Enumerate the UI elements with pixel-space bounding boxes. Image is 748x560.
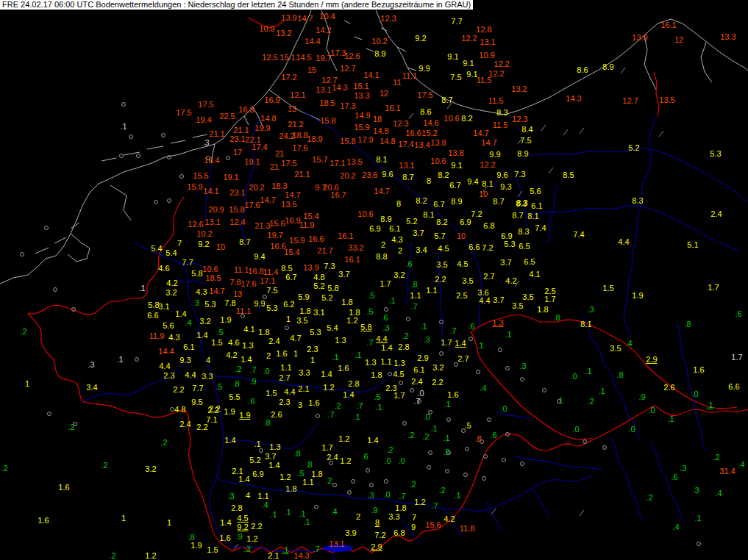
station-value: 3.3 [299,369,310,377]
station-value: 9.6 [382,170,393,179]
station-value: 9.9 [418,65,430,73]
station-value: 19.1 [223,173,238,182]
station-value: 5.2 [628,144,639,152]
station-value: 11.4 [263,268,279,276]
station-value: 2.6 [663,384,674,392]
station-value: 18 [373,115,382,123]
station-value: 7.5 [450,73,461,82]
station-value: 9.6 [496,171,507,179]
station-value: 13.2 [511,85,527,93]
station-value: 11.9 [149,332,165,340]
station-value: 8.5 [281,265,292,273]
station-value: 17.5 [417,91,432,99]
station-value: .8 [410,281,417,289]
station-value: 5.6 [530,187,541,195]
station-value: 10 [479,190,488,198]
station-value: 1.4 [241,356,252,364]
station-value: 15.4 [284,248,299,256]
station-value: 13.2 [276,29,291,37]
station-value: 1.5 [266,390,277,398]
station-value: .7 [431,502,438,510]
station-value: 8.9 [602,63,613,71]
station-value: 5.2 [313,282,324,290]
station-value: .1 [254,440,260,448]
station-value: 23.1 [229,189,245,197]
station-value: 19.4 [196,116,211,124]
station-value: .2 [587,398,594,406]
station-value: .2 [409,481,416,489]
station-value: 3.7 [338,270,349,279]
station-value: 1.4 [238,475,249,484]
station-value: .0 [572,426,579,434]
station-value: 15.8 [320,117,335,125]
station-value: 14.4 [158,348,174,356]
station-value: 11.5 [477,76,492,85]
station-value: 9.1 [451,162,462,170]
station-value: 18.8 [292,132,307,140]
station-value: .6 [735,310,741,318]
station-value: 7.8 [229,279,241,287]
station-value: 5.3 [310,329,321,337]
station-value: 3.2 [145,465,156,473]
station-value: 21.7 [317,247,332,255]
station-value: 1.9 [220,316,231,324]
station-value: 1.2 [145,552,156,560]
station-value: .1 [420,323,427,331]
station-value: 2.4 [179,420,190,428]
station-value: 2.9 [646,356,657,364]
station-value: 15.9 [187,183,202,191]
station-value: 12.2 [494,60,509,68]
station-value: 1.8 [371,371,382,379]
station-value: 14.3 [566,95,581,103]
station-value: 1.1 [380,358,391,366]
station-value: .8 [616,371,623,379]
station-value: 5.3 [710,150,721,158]
station-value: .9 [638,393,645,401]
station-value: 2.4 [327,453,338,462]
station-value: 2.2 [209,405,220,413]
station-value: 14.7 [285,191,300,199]
station-value: 8.3 [496,109,507,117]
station-value: 6.1 [531,202,542,210]
station-value: 4.2 [505,277,516,285]
station-value: 1.3 [492,319,503,327]
station-value: 1.1 [410,292,421,300]
station-value: 4.3 [391,236,402,244]
station-value: .8 [684,320,691,329]
station-value: 7.7 [451,18,462,26]
station-value: 4.1 [529,270,540,279]
station-value: 8.2 [416,197,427,205]
station-value: 6.9 [252,470,263,478]
station-value: 1 [25,380,29,388]
station-value: .6 [361,453,368,461]
station-value: 2.1 [298,385,309,393]
station-value: 11.8 [460,525,475,533]
station-value: 6.5 [519,243,530,251]
station-value: 1.8 [285,485,296,493]
station-value: .2 [68,423,74,431]
station-value: 9.5 [191,398,202,406]
station-value: 2.2 [251,523,262,531]
station-value: 4 [206,356,210,365]
station-value: 15.4 [303,212,318,220]
station-value: 2.6 [271,411,282,419]
station-value: 4.6 [228,339,239,347]
station-value: .2 [407,431,414,439]
station-value: 8.2 [438,171,449,179]
station-value: .1 [282,546,288,554]
station-value: 2 [266,352,271,360]
station-value: .3 [692,487,699,495]
station-value: 14.7 [260,196,275,204]
station-value: .7 [249,366,256,374]
station-value: 17.6 [292,144,307,152]
station-value: .8 [263,419,270,427]
station-value: 8.8 [376,253,387,261]
station-value: 5.3 [204,301,216,309]
station-value: 1.8 [537,306,548,314]
station-value: .1 [505,331,511,339]
station-value: 17.3 [340,102,355,110]
station-value: 8.7 [512,212,523,220]
station-value: 4.1 [243,326,254,334]
station-value: .6 [468,323,474,331]
station-value: .5 [216,383,222,391]
